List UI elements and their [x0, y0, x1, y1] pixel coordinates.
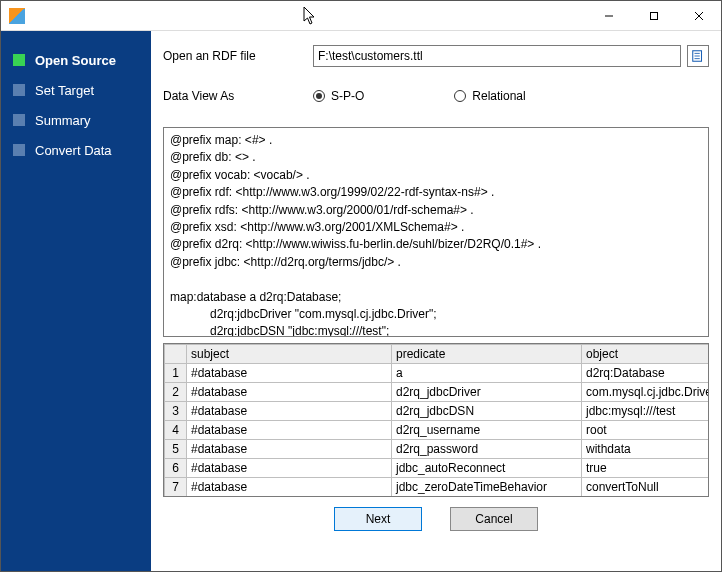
wizard-sidebar: Open Source Set Target Summary Convert D… [1, 31, 151, 571]
table-row[interactable]: 4#databased2rq_usernameroot [165, 421, 710, 440]
step-convert-data[interactable]: Convert Data [1, 135, 151, 165]
cell-object[interactable]: withdata [582, 440, 710, 459]
radio-spo[interactable]: S-P-O [313, 89, 364, 103]
cell-subject[interactable]: #database [187, 440, 392, 459]
cell-predicate[interactable]: d2rq_username [392, 421, 582, 440]
radio-label: S-P-O [331, 89, 364, 103]
close-button[interactable] [676, 1, 721, 30]
table-row[interactable]: 5#databased2rq_passwordwithdata [165, 440, 710, 459]
cancel-button[interactable]: Cancel [450, 507, 538, 531]
minimize-button[interactable] [586, 1, 631, 30]
cell-object[interactable]: jdbc:mysql:///test [582, 402, 710, 421]
table-row[interactable]: 6#databasejdbc_autoReconnecttrue [165, 459, 710, 478]
next-button[interactable]: Next [334, 507, 422, 531]
radio-relational[interactable]: Relational [454, 89, 525, 103]
radio-icon [454, 90, 466, 102]
radio-icon [313, 90, 325, 102]
step-indicator-icon [13, 114, 25, 126]
file-open-icon [691, 49, 705, 63]
step-label: Convert Data [35, 143, 112, 158]
row-number[interactable]: 6 [165, 459, 187, 478]
cell-subject[interactable]: #database [187, 383, 392, 402]
row-number[interactable]: 5 [165, 440, 187, 459]
cell-object[interactable]: convertToNull [582, 478, 710, 497]
step-indicator-icon [13, 144, 25, 156]
table-row[interactable]: 2#databased2rq_jdbcDrivercom.mysql.cj.jd… [165, 383, 710, 402]
button-row: Next Cancel [163, 497, 709, 539]
cell-subject[interactable]: #database [187, 459, 392, 478]
col-subject[interactable]: subject [187, 345, 392, 364]
step-indicator-icon [13, 84, 25, 96]
app-icon [9, 8, 25, 24]
cell-subject[interactable]: #database [187, 364, 392, 383]
row-number[interactable]: 4 [165, 421, 187, 440]
view-radio-group: S-P-O Relational [313, 89, 526, 103]
cell-predicate[interactable]: a [392, 364, 582, 383]
browse-button[interactable] [687, 45, 709, 67]
table-row[interactable]: 3#databased2rq_jdbcDSNjdbc:mysql:///test [165, 402, 710, 421]
row-number[interactable]: 2 [165, 383, 187, 402]
step-open-source[interactable]: Open Source [1, 45, 151, 75]
titlebar [1, 1, 721, 31]
row-number[interactable]: 3 [165, 402, 187, 421]
table-row[interactable]: 7#databasejdbc_zeroDateTimeBehaviorconve… [165, 478, 710, 497]
cell-predicate[interactable]: d2rq_jdbcDSN [392, 402, 582, 421]
cell-subject[interactable]: #database [187, 478, 392, 497]
step-label: Summary [35, 113, 91, 128]
rdf-preview[interactable]: @prefix map: <#> . @prefix db: <> . @pre… [163, 127, 709, 337]
step-summary[interactable]: Summary [1, 105, 151, 135]
view-as-label: Data View As [163, 89, 313, 103]
cell-predicate[interactable]: d2rq_jdbcDriver [392, 383, 582, 402]
file-path-input[interactable] [313, 45, 681, 67]
svg-rect-1 [650, 12, 657, 19]
cell-object[interactable]: d2rq:Database [582, 364, 710, 383]
cell-object[interactable]: root [582, 421, 710, 440]
step-label: Open Source [35, 53, 116, 68]
step-indicator-icon [13, 54, 25, 66]
step-label: Set Target [35, 83, 94, 98]
open-file-label: Open an RDF file [163, 49, 313, 63]
data-grid[interactable]: subject predicate object 1#databasead2rq… [163, 343, 709, 497]
main-panel: Open an RDF file Data View As S-P-O [151, 31, 721, 571]
step-set-target[interactable]: Set Target [1, 75, 151, 105]
cell-subject[interactable]: #database [187, 421, 392, 440]
cell-predicate[interactable]: jdbc_zeroDateTimeBehavior [392, 478, 582, 497]
col-object[interactable]: object [582, 345, 710, 364]
cell-object[interactable]: true [582, 459, 710, 478]
col-predicate[interactable]: predicate [392, 345, 582, 364]
table-row[interactable]: 1#databasead2rq:Database [165, 364, 710, 383]
grid-corner[interactable] [165, 345, 187, 364]
row-number[interactable]: 1 [165, 364, 187, 383]
cell-predicate[interactable]: jdbc_autoReconnect [392, 459, 582, 478]
cell-subject[interactable]: #database [187, 402, 392, 421]
cell-predicate[interactable]: d2rq_password [392, 440, 582, 459]
radio-label: Relational [472, 89, 525, 103]
cell-object[interactable]: com.mysql.cj.jdbc.Driver [582, 383, 710, 402]
row-number[interactable]: 7 [165, 478, 187, 497]
maximize-button[interactable] [631, 1, 676, 30]
